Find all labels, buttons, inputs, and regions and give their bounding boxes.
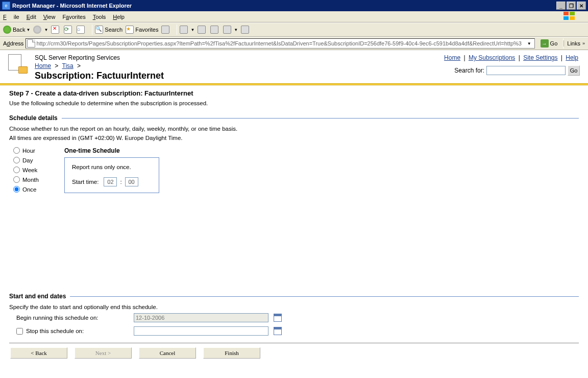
minimize-button[interactable]: _ bbox=[556, 2, 566, 10]
close-button[interactable]: ✕ bbox=[577, 2, 586, 10]
menu-bar: File Edit View Favorites Tools Help bbox=[0, 11, 588, 22]
separator bbox=[92, 25, 92, 35]
mail-button[interactable]: ▼ bbox=[180, 26, 194, 34]
page-header: SQL Server Reporting Services Home > Tis… bbox=[0, 50, 588, 83]
wizard-button-row: < Back Next > Cancel Finish bbox=[9, 343, 579, 359]
search-button[interactable]: 🔍 Search bbox=[95, 26, 122, 34]
start-time-label: Start time: bbox=[72, 179, 99, 185]
menu-tools[interactable]: Tools bbox=[93, 14, 106, 20]
edit-button[interactable] bbox=[210, 26, 220, 34]
edit-icon bbox=[210, 26, 218, 34]
address-bar: Address ▼ → Go Links » bbox=[0, 37, 588, 50]
research-button[interactable] bbox=[241, 26, 251, 34]
back-label: Back bbox=[13, 27, 25, 33]
go-icon: → bbox=[541, 39, 549, 48]
nav-site-settings[interactable]: Site Settings bbox=[523, 54, 557, 61]
window-titlebar: e Report Manager - Microsoft Internet Ex… bbox=[0, 0, 588, 11]
onetime-panel: One-time Schedule Report runs only once.… bbox=[64, 147, 159, 196]
page-title: Subscription: FactuurInternet bbox=[35, 70, 443, 81]
links-button[interactable]: Links » bbox=[564, 40, 585, 46]
breadcrumb-tisa[interactable]: Tisa bbox=[62, 62, 74, 69]
restore-button[interactable]: ❐ bbox=[567, 2, 576, 10]
search-label: Search bbox=[105, 27, 122, 33]
schedule-details-title: Schedule details bbox=[9, 114, 579, 122]
back-icon bbox=[3, 26, 11, 34]
media-icon bbox=[161, 26, 169, 34]
dates-description: Specify the date to start and optionally… bbox=[9, 304, 579, 310]
chevron-down-icon[interactable]: ▼ bbox=[527, 41, 531, 46]
page-icon bbox=[27, 39, 35, 48]
nav-home[interactable]: Home bbox=[444, 54, 460, 61]
nav-help[interactable]: Help bbox=[566, 54, 578, 61]
links-label: Links bbox=[567, 40, 580, 46]
chevron-down-icon: ▼ bbox=[26, 28, 30, 32]
search-go-button[interactable]: Go bbox=[568, 65, 580, 76]
next-button[interactable]: Next > bbox=[75, 347, 132, 359]
favorites-icon: ★ bbox=[126, 26, 134, 34]
breadcrumb-home[interactable]: Home bbox=[35, 62, 51, 69]
separator bbox=[177, 25, 177, 35]
address-field-wrap: ▼ bbox=[26, 38, 534, 49]
schedule-radio-group: Hour Day Week Month Once bbox=[13, 147, 64, 196]
cancel-button[interactable]: Cancel bbox=[139, 347, 196, 359]
finish-button[interactable]: Finish bbox=[203, 347, 260, 359]
calendar-icon[interactable] bbox=[274, 314, 282, 322]
schedule-sub1: Choose whether to run the report on an h… bbox=[9, 126, 579, 132]
toolbar: Back ▼ ▼ ⟳ ⌂ 🔍 Search ★ Favorites ▼ ▼ bbox=[0, 22, 588, 37]
nav-my-subscriptions[interactable]: My Subscriptions bbox=[469, 54, 515, 61]
menu-view[interactable]: View bbox=[43, 14, 56, 20]
calendar-icon[interactable] bbox=[274, 327, 282, 335]
discuss-icon bbox=[223, 26, 231, 34]
home-button[interactable]: ⌂ bbox=[77, 26, 86, 34]
begin-date-input[interactable] bbox=[134, 313, 268, 322]
home-icon: ⌂ bbox=[77, 26, 85, 34]
forward-button[interactable]: ▼ bbox=[33, 26, 48, 34]
address-input[interactable] bbox=[36, 40, 525, 46]
print-icon bbox=[198, 26, 206, 34]
stop-schedule-checkbox[interactable] bbox=[16, 328, 23, 335]
research-icon bbox=[241, 26, 249, 34]
stop-date-input[interactable] bbox=[134, 326, 268, 336]
step-title: Step 7 - Create a data-driven subscripti… bbox=[9, 89, 579, 97]
radio-day[interactable]: Day bbox=[13, 157, 64, 163]
stop-date-label: Stop this schedule on: bbox=[26, 328, 84, 334]
address-label: Address bbox=[3, 40, 23, 46]
radio-hour[interactable]: Hour bbox=[13, 147, 64, 154]
menu-file[interactable]: File bbox=[3, 14, 19, 20]
search-input[interactable] bbox=[486, 66, 566, 75]
media-button[interactable] bbox=[161, 26, 171, 34]
print-button[interactable] bbox=[198, 26, 207, 34]
chevron-down-icon: ▼ bbox=[44, 28, 48, 32]
menu-favorites[interactable]: Favorites bbox=[62, 14, 85, 20]
back-button[interactable]: < Back bbox=[10, 347, 67, 359]
go-label: Go bbox=[550, 40, 558, 46]
service-name: SQL Server Reporting Services bbox=[35, 54, 443, 61]
time-colon: : bbox=[120, 179, 121, 185]
start-minute-input[interactable] bbox=[125, 177, 138, 186]
menu-edit[interactable]: Edit bbox=[27, 14, 36, 20]
step-description: Use the following schedule to determine … bbox=[9, 100, 579, 106]
search-label: Search for: bbox=[454, 67, 484, 74]
menu-help[interactable]: Help bbox=[113, 14, 125, 20]
forward-icon bbox=[33, 26, 41, 34]
favorites-label: Favorites bbox=[135, 27, 158, 33]
window-title: Report Manager - Microsoft Internet Expl… bbox=[12, 3, 555, 9]
radio-week[interactable]: Week bbox=[13, 167, 64, 173]
start-hour-input[interactable] bbox=[104, 177, 117, 186]
onetime-heading: One-time Schedule bbox=[64, 147, 159, 154]
stop-icon bbox=[51, 26, 59, 34]
ie-icon: e bbox=[2, 2, 10, 10]
favorites-button[interactable]: ★ Favorites bbox=[126, 26, 158, 34]
report-manager-icon bbox=[8, 54, 28, 74]
back-button[interactable]: Back ▼ bbox=[3, 26, 30, 34]
go-button[interactable]: → Go bbox=[538, 38, 560, 49]
breadcrumb: Home > Tisa > bbox=[35, 62, 443, 69]
refresh-button[interactable]: ⟳ bbox=[64, 26, 74, 34]
radio-once[interactable]: Once bbox=[13, 186, 64, 193]
mail-icon bbox=[180, 26, 188, 34]
refresh-icon: ⟳ bbox=[64, 26, 72, 34]
stop-button[interactable] bbox=[51, 26, 61, 34]
discuss-button[interactable]: ▼ bbox=[223, 26, 238, 34]
radio-month[interactable]: Month bbox=[13, 176, 64, 183]
schedule-sub2: All times are expressed in (GMT +02:00) … bbox=[9, 135, 579, 141]
